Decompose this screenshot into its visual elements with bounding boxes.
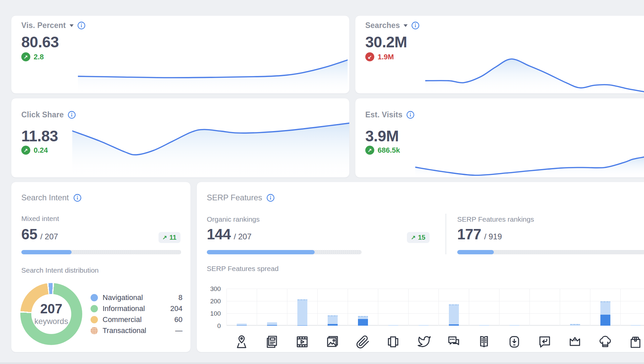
searches-value: 30.2M [365,33,407,51]
recipes-bar-ranked-segment [600,315,610,326]
informational-dot-icon [91,305,98,312]
twitter-bar [419,325,429,326]
serp-features-spread-chart [226,289,644,326]
sitelinks-bar-ranked-segment [358,319,368,326]
gridline [226,325,644,326]
spread-y-axis: 3002001000 [203,289,221,326]
info-icon[interactable] [77,21,86,30]
info-icon[interactable] [68,111,76,119]
trend-up-icon: ↗ [21,52,30,61]
gridline [348,289,348,326]
y-tick-label: 300 [210,285,221,293]
carousel-icon [378,333,408,351]
faq-bar-ranked-segment [449,324,459,326]
section-divider [446,214,446,254]
info-icon[interactable] [73,194,82,202]
mixed-intent-progress-fill [21,250,72,254]
top-stories-bar [267,322,277,326]
faq-bar [449,304,459,326]
images-bar-ranked-segment [328,324,338,326]
top-stories-icon [257,333,287,351]
est-visits-delta-value: 686.5k [378,146,400,155]
mixed-intent-label: Mixed intent [21,215,59,223]
organic-change-badge: ↗ 15 [407,232,430,243]
gridline [620,289,621,326]
trend-up-icon: ↗ [365,146,374,155]
intent-distribution-label: Search Intent distribution [21,266,99,274]
searches-delta-value: 1.9M [378,53,394,61]
organic-rankings-total: / 207 [234,232,251,241]
est-visits-card: Est. Visits 3.9M ↗ 686.5k [355,98,644,178]
vis-percent-metric-dropdown[interactable]: Vis. Percent [21,21,74,30]
video-bar-ranked-segment [297,325,307,326]
gridline [378,289,378,326]
gridline [226,301,644,301]
serp-rankings-progress [457,250,644,254]
searches-card: Searches 30.2M ↙ 1.9M [355,15,644,94]
spread-title: SERP Features spread [207,265,279,273]
carousel-bar [388,325,398,326]
gridline [590,289,590,326]
searches-title: Searches [365,21,400,30]
sitelinks-bar [358,316,368,326]
organic-change-value: 15 [418,234,425,241]
knowledge-panel-bar [479,325,489,326]
gridline [287,289,287,326]
gridline [226,289,227,326]
click-share-card: Click Share 11.83 ↗ 0.24 [11,98,350,178]
featured-snippet-bar [570,324,580,326]
legend-item-navigational: Navigational 8 [91,292,182,303]
gridline [439,289,439,326]
est-visits-trend-chart [415,150,644,178]
video-icon [287,333,317,351]
serp-rankings-value: 177 [457,226,481,243]
mixed-intent-change-value: 11 [169,234,176,241]
legend-item-informational: Informational 204 [91,303,182,314]
transactional-dot-icon [91,327,98,334]
info-icon[interactable] [411,21,420,30]
chevron-down-icon [70,24,74,29]
serp-rankings-label: SERP Features rankings [457,215,534,223]
gridline [499,289,499,326]
serp-features-title: SERP Features [207,193,262,202]
searches-trend-chart [425,47,644,94]
organic-rankings-value: 144 [207,226,231,243]
searches-metric-dropdown[interactable]: Searches [365,21,408,30]
commercial-dot-icon [91,316,98,323]
click-share-delta-value: 0.24 [34,146,48,155]
gridline [226,289,644,289]
product-bar [631,325,641,326]
local-pack-bar-ranked-segment [237,325,247,326]
next-section-edge [0,362,644,364]
gridline [226,313,644,314]
info-icon[interactable] [406,111,415,119]
gridline [317,289,318,326]
y-tick-label: 100 [210,310,221,317]
chevron-down-icon [404,24,408,29]
click-share-title: Click Share [21,110,64,119]
mixed-intent-total: / 207 [40,232,58,241]
svg-text:”: ” [573,338,576,345]
vis-percent-delta-value: 2.8 [34,53,44,61]
vis-percent-trend-chart [78,46,348,94]
gridline [257,289,257,326]
recipes-bar [600,301,610,326]
search-intent-donut-chart: 207 keywords [20,283,82,345]
click-share-trend-chart [72,122,350,178]
info-icon[interactable] [266,194,275,202]
organic-rankings-label: Organic rankings [207,215,260,223]
click-share-value: 11.83 [21,127,58,145]
mixed-intent-progress [21,250,181,254]
twitter-icon [408,333,439,351]
gridline [529,289,530,326]
vis-percent-card: Vis. Percent 80.63 ↗ 2.8 [11,15,350,94]
organic-rankings-progress [207,250,362,254]
gridline [408,289,409,326]
app-icon [499,333,529,351]
serp-rankings-total: / 919 [484,232,502,241]
est-visits-value: 3.9M [365,127,399,145]
trend-up-icon: ↗ [411,234,416,241]
product-icon [620,333,644,351]
vis-percent-delta: ↗ 2.8 [21,52,44,61]
navigational-dot-icon [91,294,98,301]
